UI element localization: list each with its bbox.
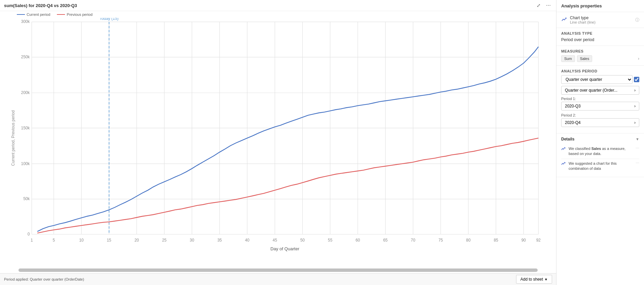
svg-text:30: 30 [190, 238, 195, 243]
chart-type-row: Chart type Line chart (line) ⓘ [561, 15, 639, 24]
chart-type-title: Chart type [570, 15, 596, 20]
chart-area: sum(Sales) for 2020-Q4 vs 2020-Q3 ⤢ ⋯ Cu… [0, 0, 556, 285]
chart-title: sum(Sales) for 2020-Q4 vs 2020-Q3 [4, 3, 77, 8]
details-header[interactable]: Details ▼ [561, 137, 639, 141]
period2-label: Period 2: [561, 113, 639, 117]
measures-expand-arrow[interactable]: › [638, 56, 639, 61]
detail-item-1: We classified Sales as a measure, based … [561, 144, 639, 159]
analysis-period-checkbox[interactable] [634, 77, 639, 82]
svg-text:20: 20 [134, 238, 139, 243]
period-applied-text: Period applied: Quarter over quarter (Or… [4, 277, 84, 281]
main-container: sum(Sales) for 2020-Q4 vs 2020-Q3 ⤢ ⋯ Cu… [0, 0, 644, 285]
legend-line-current [17, 14, 25, 15]
period1-value-btn[interactable]: 2020-Q3 › [561, 102, 639, 110]
right-panel: Analysis properties Chart type Line char… [556, 0, 644, 285]
svg-text:55: 55 [328, 238, 333, 243]
add-to-sheet-dropdown-arrow: ▼ [544, 278, 548, 281]
detail-actions-2[interactable]: ⋯ [636, 161, 639, 165]
detail-icon-1 [561, 147, 566, 152]
expand-icon-btn[interactable]: ⤢ [535, 2, 542, 9]
legend-line-previous [57, 14, 65, 15]
more-options-btn[interactable]: ⋯ [545, 2, 552, 9]
measures-title: Measures [561, 49, 639, 53]
chart-type-section: Chart type Line chart (line) ⓘ [556, 12, 644, 28]
svg-text:50k: 50k [23, 196, 30, 201]
measures-section: Measures Sum Sales › [556, 46, 644, 66]
period2-arrow: › [634, 120, 636, 125]
period1-arrow: › [634, 104, 636, 108]
chart-header: sum(Sales) for 2020-Q4 vs 2020-Q3 ⤢ ⋯ [0, 0, 556, 11]
chart-type-info-btn[interactable]: ⓘ [635, 17, 639, 23]
svg-text:50: 50 [300, 238, 305, 243]
chart-header-actions: ⤢ ⋯ [535, 2, 552, 9]
analysis-period-section: Analysis period Quarter over quarter Qua… [556, 66, 644, 133]
chart-legend: Current period Previous period [0, 11, 556, 18]
chart-scrollbar-thumb[interactable] [19, 268, 538, 272]
svg-text:80: 80 [466, 238, 471, 243]
legend-current: Current period [17, 12, 50, 17]
detail-item-2: We suggested a chart for this combinatio… [561, 159, 639, 173]
legend-previous-label: Previous period [67, 12, 92, 17]
legend-previous: Previous period [57, 12, 92, 17]
svg-text:250k: 250k [21, 55, 30, 59]
svg-text:92: 92 [536, 238, 541, 243]
period2-value: 2020-Q4 [565, 120, 581, 125]
svg-text:45: 45 [273, 238, 277, 243]
chart-type-info: Chart type Line chart (line) [570, 15, 596, 24]
svg-text:25: 25 [162, 238, 167, 243]
svg-text:85: 85 [494, 238, 499, 243]
details-title: Details [561, 137, 574, 141]
add-to-sheet-label: Add to sheet [520, 277, 543, 282]
y-axis-label: Current period, Previous period [11, 110, 15, 166]
svg-text:65: 65 [383, 238, 388, 243]
analysis-type-value: Period over period [561, 37, 639, 42]
sum-tag: Sum [561, 55, 575, 62]
chart-svg-container: Current period, Previous period [0, 18, 556, 268]
analysis-type-title: Analysis type [561, 31, 639, 35]
chart-scrollbar[interactable] [19, 268, 538, 272]
analysis-type-section: Analysis type Period over period [556, 28, 644, 46]
sales-tag: Sales [577, 55, 592, 62]
line-chart-icon [561, 16, 567, 24]
detail-icon-2 [561, 161, 566, 167]
svg-text:0: 0 [28, 232, 30, 236]
details-section: Details ▼ We classified Sales as a measu… [556, 133, 644, 177]
svg-text:200k: 200k [21, 90, 30, 95]
analysis-period-select[interactable]: Quarter over quarter [561, 75, 633, 84]
detail-text-2: We suggested a chart for this combinatio… [569, 161, 633, 171]
measures-row: Sum Sales › [561, 55, 639, 62]
panel-title: Analysis properties [561, 3, 602, 8]
period-select-row: Quarter over quarter [561, 75, 639, 84]
svg-text:5: 5 [53, 238, 55, 243]
current-period-line [37, 47, 538, 232]
svg-text:75: 75 [438, 238, 443, 243]
main-chart-svg: Current period, Previous period [0, 18, 556, 254]
svg-text:60: 60 [355, 238, 360, 243]
svg-text:100k: 100k [21, 161, 30, 166]
analysis-period-title: Analysis period [561, 69, 639, 73]
x-axis-label: Day of Quarter [270, 246, 299, 251]
chart-type-name: Line chart (line) [570, 20, 596, 24]
svg-text:150k: 150k [21, 126, 30, 130]
quarter-over-quarter-label: Quarter over quarter (Order... [565, 88, 617, 93]
detail-text-1: We classified Sales as a measure, based … [569, 146, 633, 157]
status-bar: Period applied: Quarter over quarter (Or… [0, 273, 556, 285]
svg-text:10: 10 [79, 238, 84, 243]
previous-period-line [37, 138, 538, 233]
legend-current-label: Current period [27, 12, 50, 17]
svg-text:90: 90 [521, 238, 526, 243]
add-to-sheet-button[interactable]: Add to sheet ▼ [516, 275, 552, 284]
period1-value: 2020-Q3 [565, 104, 581, 108]
period1-label: Period 1: [561, 97, 639, 101]
svg-text:300k: 300k [21, 19, 30, 24]
svg-text:40: 40 [245, 238, 250, 243]
panel-header: Analysis properties [556, 0, 644, 12]
period2-value-btn[interactable]: 2020-Q4 › [561, 118, 639, 127]
quarter-over-quarter-arrow: › [634, 88, 636, 93]
details-toggle-arrow[interactable]: ▼ [636, 137, 639, 141]
today-label: Today (15) [100, 18, 118, 21]
svg-text:35: 35 [217, 238, 222, 243]
quarter-over-quarter-btn[interactable]: Quarter over quarter (Order... › [561, 86, 639, 95]
svg-text:1: 1 [31, 238, 33, 243]
detail-actions-1[interactable]: ⋯ [636, 146, 639, 151]
